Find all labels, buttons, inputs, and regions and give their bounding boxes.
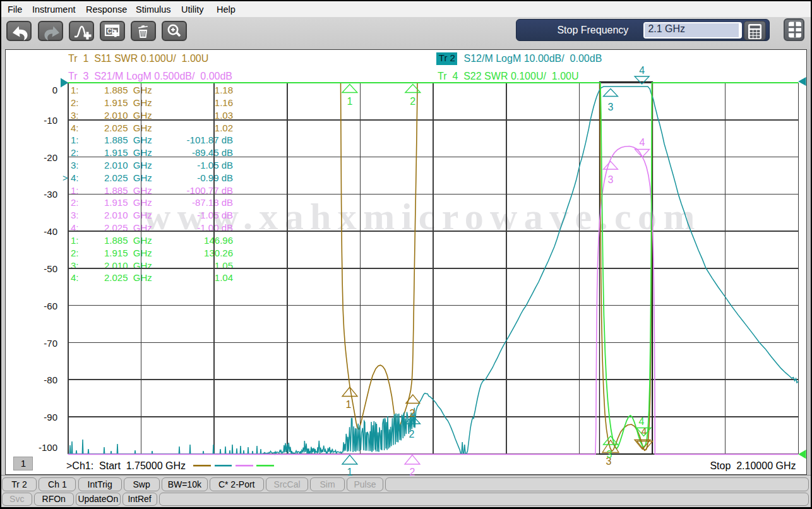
svg-text:1: 1 xyxy=(346,399,352,410)
svg-text:2: 2 xyxy=(410,467,415,477)
svg-text:2: 2 xyxy=(410,408,415,419)
svg-text:4: 4 xyxy=(640,137,645,148)
svg-text:4: 4 xyxy=(639,65,645,76)
svg-text:3: 3 xyxy=(608,174,614,185)
svg-text:4: 4 xyxy=(639,416,645,427)
svg-text:3: 3 xyxy=(608,102,614,112)
svg-text:2: 2 xyxy=(410,96,415,107)
svg-text:1: 1 xyxy=(347,467,352,477)
svg-text:1: 1 xyxy=(347,96,352,107)
svg-text:3: 3 xyxy=(607,449,612,460)
svg-text:2: 2 xyxy=(409,429,415,440)
svg-text:>: > xyxy=(63,173,68,183)
